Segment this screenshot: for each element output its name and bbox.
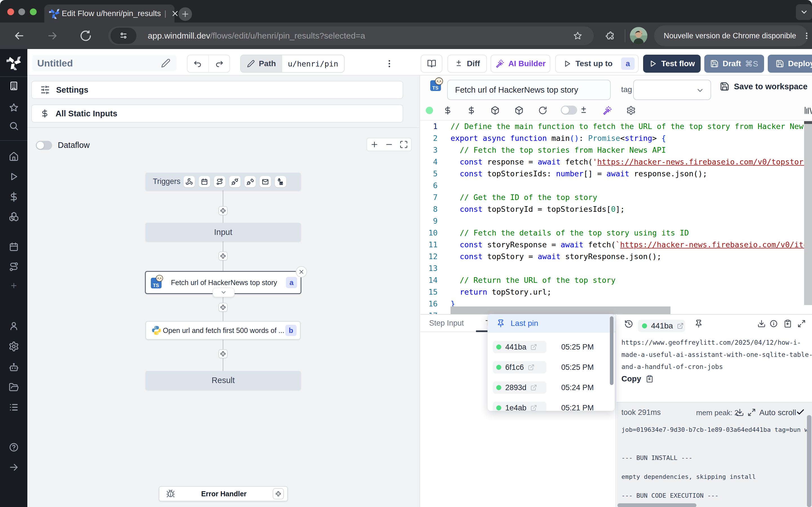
logs-hscrollbar[interactable]: [617, 503, 696, 507]
add-step-button-2[interactable]: [218, 251, 227, 261]
new-tab-button[interactable]: [179, 7, 192, 21]
tab-step-input[interactable]: Step Input: [429, 319, 464, 328]
add-step-button-4[interactable]: [218, 349, 227, 358]
pin-external-link-icon[interactable]: [530, 384, 537, 391]
tag-select[interactable]: [633, 80, 711, 100]
result-expand-icon[interactable]: [797, 320, 806, 328]
code-line-10[interactable]: 10 // Fetch the details of the top story…: [420, 227, 812, 239]
editor-package2-icon[interactable]: [515, 106, 523, 115]
edit-name-pencil-icon[interactable]: [161, 58, 170, 68]
result-clipboard-icon[interactable]: [783, 320, 792, 328]
autoscroll-check-icon[interactable]: [796, 407, 805, 416]
code-line-2[interactable]: 2export async function main(): Promise<s…: [420, 132, 812, 144]
draft-button[interactable]: Draft ⌘S: [704, 55, 764, 73]
code-line-5[interactable]: 5 const topStoriesIds: number[] = await …: [420, 168, 812, 180]
fit-view-icon[interactable]: [400, 140, 408, 149]
remove-step-button[interactable]: [296, 266, 307, 277]
sidebar-item-search[interactable]: [0, 120, 28, 132]
sidebar-item-help[interactable]: [0, 441, 28, 453]
trigger-kafka-button[interactable]: [245, 176, 256, 187]
code-line-11[interactable]: 11 const storyResponse = await fetch(`ht…: [420, 239, 812, 251]
run-external-link-icon[interactable]: [677, 323, 684, 329]
pin-run-chip[interactable]: 6f1c6: [493, 361, 546, 374]
sidebar-item-variables[interactable]: [0, 191, 28, 203]
extensions-puzzle-icon[interactable]: [605, 31, 615, 41]
autoscroll-label[interactable]: Auto scroll: [759, 408, 796, 417]
zoom-in-icon[interactable]: [370, 140, 378, 149]
forward-icon[interactable]: [46, 30, 59, 42]
trigger-email-button[interactable]: [260, 176, 271, 187]
site-info-icon[interactable]: [110, 27, 137, 44]
sidebar-item-workspace[interactable]: [0, 80, 28, 92]
save-to-workspace-button[interactable]: Save to workspace: [720, 82, 808, 91]
tab-close-icon[interactable]: [171, 10, 179, 17]
code-line-7[interactable]: 7 // Get the ID of the top story: [420, 191, 812, 203]
step-node-b[interactable]: Open url and fetch first 500 words of ..…: [146, 321, 301, 340]
result-run-chip[interactable]: 441ba: [638, 320, 685, 332]
windmill-logo[interactable]: [0, 57, 28, 69]
sidebar-item-home[interactable]: [0, 151, 28, 163]
dropdown-scrollbar[interactable]: [610, 316, 613, 385]
flow-settings-button[interactable]: Settings: [31, 81, 403, 99]
code-line-13[interactable]: 13: [420, 263, 812, 274]
editor-settings-icon[interactable]: [626, 106, 636, 115]
triggers-node[interactable]: Triggers: [146, 173, 301, 190]
code-line-6[interactable]: 6: [420, 180, 812, 191]
omnibox[interactable]: app.windmill.dev/flows/edit/u/henri/pin_…: [108, 26, 594, 45]
add-step-button-1[interactable]: [218, 206, 227, 215]
chrome-update-button[interactable]: Nouvelle version de Chrome disponible: [654, 25, 808, 46]
editor-diff-icon[interactable]: [579, 106, 588, 115]
result-node[interactable]: Result: [146, 371, 301, 390]
all-static-inputs-button[interactable]: All Static Inputs: [31, 105, 403, 122]
trigger-schedule-button[interactable]: [199, 176, 210, 187]
trigger-route-button[interactable]: [214, 176, 225, 187]
pin-run-chip[interactable]: 441ba: [493, 341, 546, 353]
pin-history-item-441ba[interactable]: 441ba05:25 PM: [488, 337, 615, 357]
editor-ai-wand-icon[interactable]: [603, 106, 612, 115]
editor-toggle[interactable]: [561, 106, 577, 115]
sidebar-item-settings[interactable]: [0, 340, 28, 353]
result-pin-icon[interactable]: [695, 320, 703, 328]
redo-button[interactable]: [209, 55, 230, 72]
code-line-12[interactable]: 12 const topStory = await storyResponse.…: [420, 251, 812, 263]
flow-name-field[interactable]: Untitled: [32, 55, 177, 71]
deploy-button[interactable]: Deploy: [768, 55, 812, 73]
error-handler-node[interactable]: Error Handler: [159, 486, 288, 501]
browser-tab[interactable]: Edit Flow u/henri/pin_results |: [44, 4, 174, 22]
trigger-websocket-button[interactable]: [229, 176, 241, 187]
test-up-to-button[interactable]: Test up to a: [555, 55, 639, 73]
reload-icon[interactable]: [80, 30, 92, 42]
back-icon[interactable]: [13, 30, 26, 42]
copy-result-button[interactable]: Copy: [621, 374, 654, 383]
undo-button[interactable]: [188, 55, 208, 72]
traffic-close-button[interactable]: [7, 8, 14, 15]
code-line-8[interactable]: 8 const topStoryId = topStoriesIds[0];: [420, 203, 812, 215]
code-editor[interactable]: 1// Define the main function to fetch th…: [420, 120, 812, 314]
code-line-4[interactable]: 4 const response = await fetch('https://…: [420, 156, 812, 168]
zoom-out-icon[interactable]: [385, 140, 393, 149]
sidebar-item-expand[interactable]: [0, 461, 28, 473]
window-chevron-button[interactable]: [796, 4, 812, 20]
result-info-icon[interactable]: [769, 320, 778, 328]
pin-run-chip[interactable]: 2893d: [493, 381, 546, 394]
code-line-14[interactable]: 14 // Return the URL of the top story: [420, 274, 812, 286]
expand-step-chevron-button[interactable]: [213, 288, 235, 297]
history-icon[interactable]: [624, 320, 633, 328]
sidebar-item-resources[interactable]: [0, 211, 28, 223]
add-step-button-3[interactable]: [218, 303, 227, 312]
trigger-webhook-button[interactable]: [184, 176, 195, 187]
path-value[interactable]: u/henri/pin: [282, 55, 344, 72]
diff-button[interactable]: Diff: [448, 55, 487, 73]
pin-history-item-1e4ab[interactable]: 1e4ab05:21 PM: [488, 398, 615, 411]
code-line-3[interactable]: 3 // Fetch the top stories from Hacker N…: [420, 144, 812, 156]
sidebar-item-add[interactable]: [0, 279, 28, 292]
traffic-minimize-button[interactable]: [18, 8, 25, 15]
code-line-1[interactable]: 1// Define the main function to fetch th…: [420, 121, 812, 132]
ai-builder-button[interactable]: AI Builder: [491, 55, 550, 73]
editor-vscrollbar[interactable]: [804, 124, 812, 305]
editor-hscrollbar[interactable]: [451, 306, 670, 314]
sidebar-item-user[interactable]: [0, 320, 28, 332]
step-name-input[interactable]: Fetch url of HackerNews top story: [447, 80, 611, 100]
bookmark-star-icon[interactable]: [573, 31, 582, 41]
code-line-15[interactable]: 15 return topStory.url;: [420, 286, 812, 298]
